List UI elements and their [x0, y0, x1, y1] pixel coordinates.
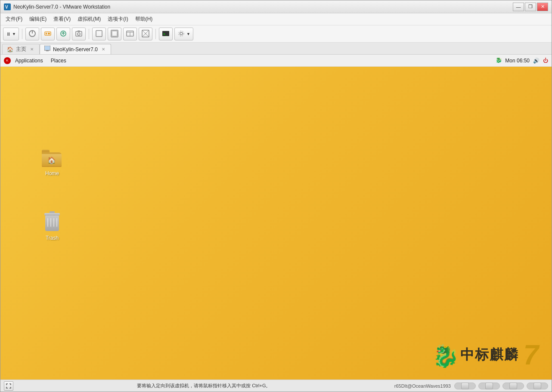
svg-rect-5: [46, 33, 47, 34]
home-tab-label: 主页: [16, 46, 26, 53]
menu-vm[interactable]: 虚拟机(M): [74, 14, 104, 24]
watermark-text: 中标麒麟: [460, 346, 519, 364]
power-menu-icon[interactable]: ⏻: [543, 58, 548, 64]
clock-display: Mon 06:50: [505, 58, 530, 64]
menu-bar: 文件(F) 编辑(E) 查看(V) 虚拟机(M) 选项卡(I) 帮助(H): [0, 13, 552, 25]
home-icon-label: Home: [45, 170, 59, 176]
guest-toolbar-right: 🐉 Mon 06:50 🔊 ⏻: [496, 57, 548, 64]
trash-image: [42, 213, 62, 233]
watermark: 🐉 中标麒麟 7: [430, 339, 539, 371]
pause-icon: ⏸: [6, 31, 11, 37]
svg-point-10: [78, 33, 80, 35]
svg-point-24: [179, 31, 184, 36]
trash-icon-label: Trash: [46, 235, 59, 241]
svg-point-23: [180, 32, 183, 35]
restore-button[interactable]: ❒: [525, 3, 536, 11]
vmware-icon: V: [4, 3, 11, 10]
minimize-button[interactable]: —: [513, 3, 524, 11]
guest-toolbar: K Applications Places 🐉 Mon 06:50 🔊 ⏻: [0, 55, 552, 67]
slider-4[interactable]: [527, 383, 548, 389]
separator-2: [89, 29, 89, 39]
view-sliders: [454, 383, 548, 389]
dragon-icon: 🐉: [430, 342, 456, 368]
stretch-view-icon: [142, 30, 149, 38]
menu-file[interactable]: 文件(F): [2, 14, 26, 24]
kylin-tray-icon: 🐉: [496, 57, 502, 64]
separator-3: [155, 29, 156, 39]
settings-arrow: ▼: [186, 32, 190, 36]
applications-menu[interactable]: Applications: [12, 57, 47, 65]
svg-rect-6: [48, 33, 50, 34]
status-hint: 要将输入定向到该虚拟机，请将鼠标指针移入其中或按 Ctrl+G。: [13, 383, 394, 389]
tab-home[interactable]: 🏠 主页 ✕: [2, 44, 40, 54]
svg-rect-27: [46, 50, 49, 51]
slider-2[interactable]: [478, 383, 500, 389]
kylin-logo: K: [4, 57, 11, 64]
desktop-icon-trash[interactable]: Trash: [35, 211, 69, 243]
places-menu[interactable]: Places: [47, 57, 70, 65]
stretch-view-button[interactable]: [139, 28, 152, 40]
status-bar: 要将输入定向到该虚拟机，请将鼠标指针移入其中或按 Ctrl+G。 r65DIt@…: [0, 380, 552, 392]
tab-vm[interactable]: NeoKylin-Server7.0 ✕: [40, 44, 111, 54]
restore-snap-button[interactable]: [56, 28, 70, 40]
home-tab-icon: 🏠: [7, 46, 13, 52]
vm-tab-close[interactable]: ✕: [100, 46, 106, 52]
terminal-icon: >_: [162, 30, 170, 38]
fullscreen-view-button[interactable]: [108, 28, 121, 40]
fullscreen-view-icon: [111, 30, 118, 38]
menu-tabs[interactable]: 选项卡(I): [104, 14, 131, 24]
slider-3[interactable]: [502, 383, 524, 389]
vm-desktop[interactable]: 🏠 Home: [0, 67, 552, 380]
svg-text:🐉: 🐉: [496, 57, 502, 63]
window-controls: — ❒ ✕: [513, 3, 548, 11]
snapshot-icon: [75, 30, 83, 38]
svg-rect-14: [112, 31, 117, 36]
suspend-button[interactable]: [41, 28, 55, 40]
svg-rect-26: [45, 46, 50, 50]
close-button[interactable]: ✕: [537, 3, 548, 11]
svg-text:V: V: [5, 5, 8, 9]
settings-button[interactable]: ▼: [174, 28, 193, 40]
vmware-window: V NeoKylin-Server7.0 - VMware Workstatio…: [0, 0, 552, 392]
power-button[interactable]: [25, 28, 39, 40]
normal-view-button[interactable]: [92, 28, 106, 40]
suspend-icon: [44, 30, 52, 38]
tabs-bar: 🏠 主页 ✕ NeoKylin-Server7.0 ✕: [0, 43, 552, 55]
pause-button[interactable]: ⏸ ▼: [3, 28, 19, 40]
pause-arrow: ▼: [12, 32, 16, 36]
power-icon: [28, 30, 36, 38]
snapshot-button[interactable]: [72, 28, 86, 40]
title-bar: V NeoKylin-Server7.0 - VMware Workstatio…: [0, 0, 552, 13]
vm-tab-label: NeoKylin-Server7.0: [53, 46, 98, 52]
unity-view-icon: [126, 30, 134, 38]
terminal-button[interactable]: >_: [159, 28, 173, 40]
vm-tab-icon: [44, 46, 50, 53]
watermark-number: 7: [523, 339, 539, 371]
volume-icon[interactable]: 🔊: [533, 58, 540, 64]
window-title: NeoKylin-Server7.0 - VMware Workstation: [13, 4, 513, 10]
system-tray: 🐉: [496, 57, 502, 64]
separator-1: [22, 29, 22, 39]
menu-help[interactable]: 帮助(H): [132, 14, 156, 24]
status-left: [4, 381, 13, 391]
toolbar: ⏸ ▼: [0, 25, 552, 43]
unity-view-button[interactable]: [123, 28, 137, 40]
menu-view[interactable]: 查看(V): [50, 14, 74, 24]
svg-text:>_: >_: [163, 32, 167, 36]
menu-edit[interactable]: 编辑(E): [26, 14, 50, 24]
svg-rect-3: [32, 31, 33, 34]
settings-icon: [177, 30, 185, 38]
enter-fullscreen-button[interactable]: [4, 381, 13, 391]
guest-toolbar-left: K Applications Places: [4, 57, 70, 65]
user-info: r65DIt@OceanWaves1993: [394, 383, 451, 389]
home-tab-close[interactable]: ✕: [29, 46, 35, 52]
svg-rect-11: [78, 31, 80, 32]
normal-view-icon: [95, 30, 103, 38]
svg-rect-12: [96, 31, 102, 37]
home-folder-image: 🏠: [42, 148, 62, 169]
desktop-icon-home[interactable]: 🏠 Home: [35, 146, 69, 178]
svg-text:🐉: 🐉: [432, 343, 456, 368]
slider-1[interactable]: [454, 383, 476, 389]
restore-snap-icon: [59, 30, 67, 38]
